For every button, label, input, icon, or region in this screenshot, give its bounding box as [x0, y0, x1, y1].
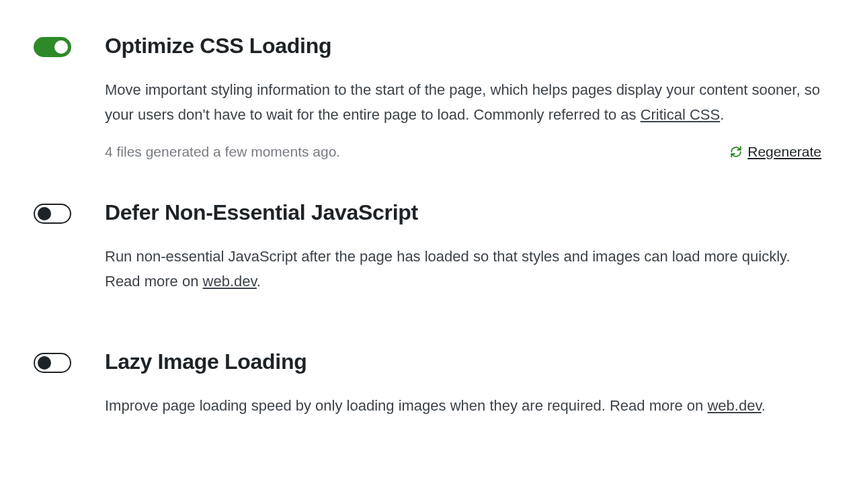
setting-title: Defer Non-Essential JavaScript: [105, 200, 821, 225]
toggle-knob: [38, 207, 51, 220]
regenerate-button[interactable]: Regenerate: [730, 144, 821, 160]
status-row: 4 files generated a few moments ago. Reg…: [105, 144, 821, 160]
toggle-knob: [54, 40, 68, 54]
setting-content: Optimize CSS Loading Move important styl…: [105, 34, 821, 160]
setting-description: Move important styling information to th…: [105, 77, 821, 128]
setting-description: Improve page loading speed by only loadi…: [105, 393, 821, 418]
setting-description: Run non-essential JavaScript after the p…: [105, 244, 821, 294]
desc-text-post: .: [720, 106, 724, 123]
setting-optimize-css: Optimize CSS Loading Move important styl…: [34, 34, 821, 160]
desc-text-post: .: [762, 397, 766, 414]
toggle-lazy-images[interactable]: [34, 353, 71, 373]
desc-text-post: .: [257, 273, 261, 290]
refresh-icon: [730, 146, 742, 158]
setting-defer-js: Defer Non-Essential JavaScript Run non-e…: [34, 200, 821, 309]
toggle-knob: [38, 356, 51, 370]
regenerate-label: Regenerate: [747, 144, 821, 160]
status-text: 4 files generated a few moments ago.: [105, 144, 340, 160]
critical-css-link[interactable]: Critical CSS: [641, 106, 721, 123]
webdev-link[interactable]: web.dev: [203, 273, 257, 290]
setting-lazy-images: Lazy Image Loading Improve page loading …: [34, 349, 821, 433]
setting-content: Lazy Image Loading Improve page loading …: [105, 349, 821, 433]
setting-title: Optimize CSS Loading: [105, 34, 821, 58]
webdev-link[interactable]: web.dev: [707, 397, 761, 414]
toggle-defer-js[interactable]: [34, 204, 71, 224]
desc-text-pre: Improve page loading speed by only loadi…: [105, 397, 707, 414]
setting-content: Defer Non-Essential JavaScript Run non-e…: [105, 200, 821, 309]
setting-title: Lazy Image Loading: [105, 349, 821, 374]
toggle-optimize-css[interactable]: [34, 37, 71, 57]
